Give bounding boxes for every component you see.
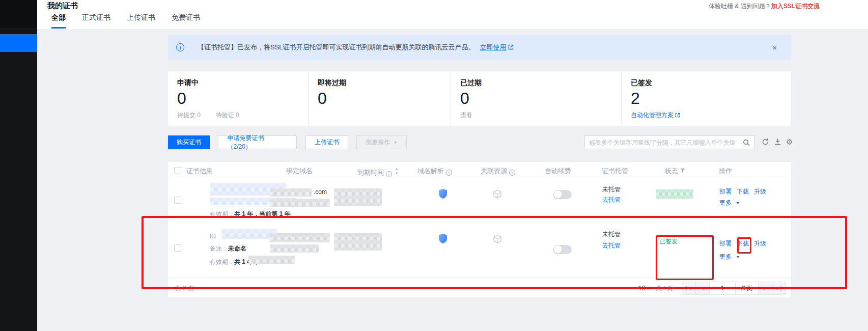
download-icon[interactable] [774, 138, 782, 146]
use-now-link[interactable]: 立即使用 [480, 43, 514, 52]
feedback-question-text: 体验吐槽 & 遇到问题？ [709, 3, 771, 10]
search-icon[interactable] [739, 139, 754, 146]
search-box [584, 135, 754, 149]
certificate-table: 证书信息 绑定域名 到期时间i▲▼ 域名解析i 关联资源i 自动续费 证书托管 … [168, 162, 791, 297]
current-page-input[interactable]: 1 [709, 282, 736, 295]
hosting-state: 未托管 [602, 185, 621, 194]
external-link-icon [675, 113, 680, 118]
chevron-down-icon[interactable]: ▼ [647, 286, 652, 291]
note-line: 备注：未命名 [210, 243, 246, 253]
go-hosting-link[interactable]: 去托管 [602, 196, 621, 204]
search-input[interactable] [585, 139, 739, 146]
next-page-button[interactable]: ▶ [758, 282, 772, 295]
apply-free-cert-button[interactable]: 申请免费证书（2/20） [218, 135, 297, 149]
automation-plan-link[interactable]: 自动化管理方案 [631, 111, 791, 120]
col-dns-header: 域名解析i [417, 167, 452, 176]
redacted-status [656, 189, 693, 199]
feedback-links[interactable]: 体验吐槽 & 遇到问题？加入SSL证书交流 [709, 2, 820, 11]
table-header-row: 证书信息 绑定域名 到期时间i▲▼ 域名解析i 关联资源i 自动续费 证书托管 … [168, 162, 791, 179]
stat-value: 0 [460, 89, 621, 108]
domain-suffix: .com [314, 188, 327, 196]
stats-card: 申请中 0 待提交 0 待验证 0 即将过期 0 已过期 0 查看 已签发 2 … [168, 71, 791, 126]
resource-hexagon-icon[interactable] [493, 189, 502, 200]
tab-formal-certs[interactable]: 正式证书 [82, 13, 110, 29]
dns-shield-icon[interactable] [438, 233, 448, 244]
banner-close-icon[interactable]: × [772, 43, 777, 52]
status-issued: 已签发 [659, 237, 678, 246]
stat-label: 已过期 [460, 78, 621, 88]
col-expire-header: 到期时间i▲▼ [357, 167, 398, 177]
row-actions: 部署下载升级 [719, 238, 771, 248]
redacted-domain-2 [270, 199, 330, 207]
stat-value: 0 [177, 89, 308, 108]
upgrade-link[interactable]: 升级 [754, 240, 766, 247]
view-link[interactable]: 查看 [460, 111, 621, 120]
col-cert-info: 证书信息 [186, 167, 213, 176]
total-count: 共 2 条 [175, 284, 194, 293]
redacted-validity [248, 256, 295, 264]
redacted-domain [270, 188, 312, 197]
tab-free-certs[interactable]: 免费证书 [172, 13, 200, 29]
deploy-link[interactable]: 部署 [719, 188, 732, 195]
resource-hexagon-icon[interactable] [493, 234, 502, 244]
download-link[interactable]: 下载 [737, 240, 749, 247]
sidebar-active-item[interactable] [0, 34, 37, 52]
join-ssl-group-link[interactable]: 加入SSL证书交流 [771, 3, 820, 10]
stat-value: 0 [318, 89, 451, 108]
deploy-link[interactable]: 部署 [719, 240, 732, 247]
page-size-value[interactable]: 10 [638, 285, 645, 292]
cert-id-line: ID [210, 231, 216, 240]
stat-label: 已签发 [631, 78, 791, 88]
validity-text: 有效期：共 1 年，当前第 1 年 [210, 209, 291, 218]
info-icon[interactable]: i [446, 170, 452, 176]
col-status-header: 状态 [665, 167, 685, 176]
buy-cert-button[interactable]: 购买证书 [168, 135, 210, 149]
page-title: 我的证书 [47, 1, 78, 11]
redacted-domain [270, 233, 330, 242]
prev-page-button[interactable]: ◀ [695, 282, 710, 295]
upgrade-link[interactable]: 升级 [754, 188, 766, 195]
external-link-icon [508, 44, 514, 50]
sidebar-logo-area [0, 0, 37, 28]
dns-shield-icon[interactable] [438, 188, 448, 200]
table-footer: 共 2 条 10 ▼ 条 / 页 ◀ ◀ 1 /1页 ▶ ▶ [168, 278, 791, 297]
info-icon[interactable]: i [509, 170, 515, 176]
redacted-expire-date [334, 233, 382, 251]
auto-renew-toggle[interactable] [553, 190, 572, 199]
banner-text: 【证书托管】已发布，将SSL证书开启托管即可实现证书到期前自动更新关联的腾讯云云… [198, 43, 475, 52]
go-hosting-link[interactable]: 去托管 [602, 241, 621, 250]
info-icon[interactable]: i [386, 171, 392, 177]
row-checkbox[interactable] [174, 244, 181, 254]
last-page-button[interactable]: ▶ [772, 282, 786, 295]
auto-renew-toggle[interactable] [553, 245, 572, 254]
tab-all[interactable]: 全部 [51, 13, 66, 29]
total-pages-label: /1页 [735, 282, 759, 295]
info-icon: i [176, 43, 184, 51]
stat-label: 即将过期 [318, 78, 451, 88]
filter-icon[interactable] [680, 168, 685, 173]
row-actions: 部署下载升级 [719, 186, 771, 196]
download-link[interactable]: 下载 [737, 188, 749, 195]
tab-uploaded-certs[interactable]: 上传证书 [127, 13, 155, 29]
batch-actions-button[interactable]: 批量操作▼ [356, 135, 407, 149]
per-page-label: 条 / 页 [656, 284, 673, 293]
stat-sub-pending-verify: 待验证 0 [216, 111, 239, 120]
chevron-down-icon: ▼ [736, 255, 740, 259]
col-auto-renew: 自动续费 [545, 167, 571, 176]
row-checkbox[interactable] [174, 197, 181, 206]
stat-expiring-soon: 即将过期 0 [308, 71, 451, 126]
stat-value: 2 [631, 89, 791, 108]
upload-cert-button[interactable]: 上传证书 [305, 135, 348, 149]
redacted-cert-id [221, 229, 277, 239]
sort-icon[interactable]: ▲▼ [395, 167, 398, 176]
refresh-icon[interactable] [762, 138, 770, 146]
more-dropdown[interactable]: 更多▼ [719, 252, 740, 261]
select-all-checkbox[interactable] [174, 167, 181, 176]
gear-icon[interactable]: ⚙ [786, 138, 794, 146]
more-dropdown[interactable]: 更多▼ [719, 198, 740, 207]
table-toolbar: 购买证书 申请免费证书（2/20） 上传证书 批量操作▼ ⚙ [168, 135, 791, 149]
hosting-state: 未托管 [602, 230, 621, 239]
col-domain: 绑定域名 [286, 167, 313, 176]
stat-expired: 已过期 0 查看 [451, 71, 621, 126]
first-page-button[interactable]: ◀ [682, 282, 696, 295]
